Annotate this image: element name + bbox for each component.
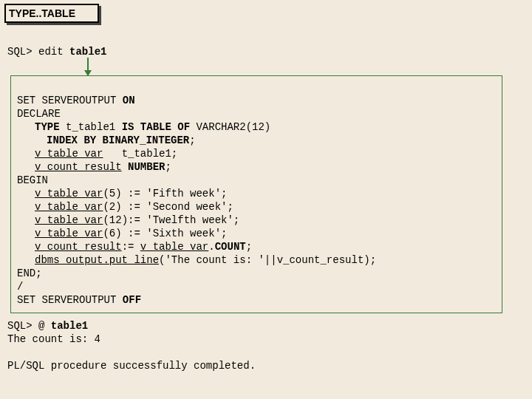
edit-filename: table1 — [69, 46, 106, 58]
t: . — [208, 241, 214, 253]
out-line: PL/SQL procedure successfully completed. — [7, 360, 256, 372]
sql-label: SQL> — [7, 46, 38, 58]
arrow-down-icon — [87, 58, 89, 75]
t: (12):= 'Twelfth week'; — [103, 214, 239, 226]
code-line: v_count_result NUMBER; — [17, 160, 496, 174]
t: (6) := 'Sixth week'; — [103, 228, 227, 239]
var: v_count_result — [35, 241, 122, 253]
t: t_table1; — [103, 148, 177, 160]
kw-on: ON — [123, 95, 135, 106]
t: ; — [189, 134, 195, 146]
title-box: TYPE..TABLE — [4, 4, 99, 23]
kw-count: COUNT — [215, 241, 246, 253]
t — [122, 161, 128, 173]
t: := — [122, 241, 140, 253]
output-block: SQL> @ table1 The count is: 4 PL/SQL pro… — [7, 319, 256, 372]
code-line: v_table_var(6) := 'Sixth week'; — [17, 227, 496, 240]
title-text: TYPE..TABLE — [9, 7, 75, 19]
code-box: SET SERVEROUTPUT ON DECLARE TYPE t_table… — [10, 75, 502, 313]
proc: dbms_output.put_line — [35, 254, 159, 266]
var: v_count_result — [35, 161, 122, 173]
code-line: SET SERVEROUTPUT OFF — [17, 294, 141, 306]
out-line: SQL> @ table1 — [7, 320, 88, 332]
code-line: v_table_var(2) := 'Second week'; — [17, 200, 496, 214]
kw-off: OFF — [123, 294, 141, 306]
code-line: v_count_result:= v_table_var.COUNT; — [17, 240, 496, 253]
var: v_table_var — [35, 148, 103, 160]
t: ; — [165, 161, 171, 173]
kw-istableof: IS TABLE OF — [122, 121, 190, 133]
code-line: v_table_var(12):= 'Twelfth week'; — [17, 214, 496, 227]
kw-indexby: INDEX BY BINARY_INTEGER — [47, 134, 189, 146]
code-line: SET SERVEROUTPUT ON — [17, 95, 135, 106]
code-line: v_table_var(5) := 'Fifth week'; — [17, 187, 496, 200]
code-line: / — [17, 281, 23, 293]
t: SET SERVEROUTPUT — [17, 95, 123, 106]
var: v_table_var — [140, 241, 208, 253]
t: (2) := 'Second week'; — [103, 201, 233, 213]
slide: TYPE..TABLE SQL> edit table1 SET SERVERO… — [0, 0, 532, 399]
t: SQL> @ — [7, 320, 51, 332]
kw-type: TYPE — [35, 121, 60, 133]
code-line: END; — [17, 267, 42, 279]
t: ; — [246, 241, 252, 253]
kw-number: NUMBER — [128, 161, 165, 173]
var: v_table_var — [35, 214, 103, 226]
code-line: BEGIN — [17, 174, 48, 186]
sql-prompt-edit: SQL> edit table1 — [7, 46, 106, 58]
var: v_table_var — [35, 188, 103, 200]
t: ('The count is: '||v_count_result); — [159, 254, 376, 266]
code-line: dbms_output.put_line('The count is: '||v… — [17, 253, 496, 267]
var: v_table_var — [35, 228, 103, 239]
code-line: INDEX BY BINARY_INTEGER; — [17, 134, 496, 147]
t: (5) := 'Fifth week'; — [103, 188, 227, 200]
code-line: TYPE t_table1 IS TABLE OF VARCHAR2(12) — [17, 120, 496, 134]
out-line: The count is: 4 — [7, 333, 100, 345]
code-line: DECLARE — [17, 108, 61, 120]
code-line: v_table_var t_table1; — [17, 147, 496, 160]
t: VARCHAR2(12) — [190, 121, 270, 133]
edit-cmd: edit — [38, 46, 69, 58]
t: t_table1 — [60, 121, 122, 133]
filename: table1 — [51, 320, 88, 332]
var: v_table_var — [35, 201, 103, 213]
t: SET SERVEROUTPUT — [17, 294, 123, 306]
